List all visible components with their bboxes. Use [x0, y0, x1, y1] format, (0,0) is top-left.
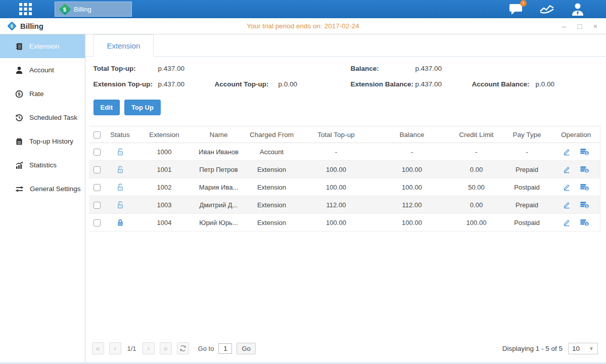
- edit-pencil-icon[interactable]: [563, 183, 571, 191]
- cell-balance: 100.00: [373, 178, 451, 196]
- extension-table-area: Status Extension Name Charged From Total…: [85, 115, 606, 339]
- table-row[interactable]: 1002 Мария Ива... Extension 100.00 100.0…: [89, 178, 600, 196]
- cell-pay-type: Prepaid: [502, 161, 552, 178]
- row-checkbox[interactable]: [94, 219, 101, 226]
- sidebar-item-general-settings[interactable]: General Settings: [0, 177, 85, 201]
- topup-history-notepad-icon: [15, 138, 23, 146]
- col-operation: Operation: [552, 126, 600, 143]
- cell-name: Иван Иванов: [194, 143, 244, 161]
- unlocked-icon[interactable]: [116, 201, 124, 209]
- page-indicator: 1/1: [127, 345, 136, 352]
- topup-button[interactable]: Top Up: [124, 100, 161, 115]
- maximize-button[interactable]: □: [576, 22, 584, 30]
- close-button[interactable]: ×: [591, 22, 599, 30]
- cell-extension: 1000: [135, 143, 194, 161]
- edit-pencil-icon[interactable]: [563, 165, 571, 173]
- apps-grid-icon[interactable]: [19, 3, 32, 15]
- minimize-button[interactable]: –: [560, 22, 568, 30]
- topup-coins-icon[interactable]: $: [580, 218, 589, 226]
- account-balance-label: Account Balance:: [472, 80, 536, 88]
- go-button[interactable]: Go: [237, 343, 255, 354]
- notification-badge: !: [520, 0, 527, 7]
- svg-text:$: $: [586, 205, 588, 209]
- messages-icon[interactable]: !: [509, 3, 523, 16]
- table-row[interactable]: 1004 Юрий Юрь... Extension 100.00 100.00…: [89, 214, 600, 232]
- page-size-select[interactable]: 10 ▼: [568, 343, 598, 354]
- sidebar-item-topup-history[interactable]: Top-up History: [0, 129, 85, 153]
- cell-pay-type: Prepaid: [502, 196, 552, 214]
- row-checkbox[interactable]: [94, 202, 101, 209]
- sidebar-item-rate[interactable]: $ Rate: [0, 82, 85, 106]
- first-page-button[interactable]: «: [92, 342, 104, 354]
- pagination-bar: « ‹ 1/1 › » Go to Go Displaying 1 - 5 of…: [85, 339, 606, 362]
- prev-page-button[interactable]: ‹: [109, 342, 121, 354]
- chevron-down-icon: ▼: [589, 346, 594, 351]
- cell-charged-from: Extension: [244, 196, 300, 214]
- sidebar-item-account[interactable]: Account: [0, 58, 85, 82]
- topup-coins-icon[interactable]: $: [580, 183, 589, 191]
- rate-dollar-icon: $: [15, 90, 23, 98]
- extension-balance-label: Extension Balance:: [351, 80, 415, 88]
- unlocked-icon[interactable]: [116, 183, 124, 192]
- edit-pencil-icon[interactable]: [563, 218, 571, 226]
- unlocked-icon[interactable]: [116, 165, 124, 174]
- sidebar-item-scheduled-task[interactable]: Scheduled Task: [0, 106, 85, 129]
- cell-balance: -: [373, 143, 451, 161]
- account-topup-label: Account Top-up:: [215, 80, 278, 88]
- edit-pencil-icon[interactable]: [563, 201, 571, 209]
- cell-pay-type: -: [502, 143, 552, 161]
- reports-chart-icon[interactable]: [539, 3, 554, 15]
- topup-coins-icon[interactable]: $: [580, 201, 589, 209]
- sidebar-item-statistics[interactable]: Statistics: [0, 153, 85, 177]
- topup-coins-icon[interactable]: $: [580, 165, 589, 173]
- toolbar: Edit Top Up: [85, 96, 606, 115]
- row-checkbox[interactable]: [94, 166, 101, 173]
- cell-balance: 100.00: [373, 214, 451, 232]
- displaying-text: Displaying 1 - 5 of 5: [502, 345, 563, 352]
- sidebar-item-label: Statistics: [29, 161, 57, 169]
- tab-extension[interactable]: Extension: [94, 34, 154, 57]
- cell-name: Юрий Юрь...: [194, 214, 244, 232]
- cell-total-topup: 100.00: [300, 178, 373, 196]
- select-all-checkbox[interactable]: [94, 131, 101, 139]
- row-checkbox[interactable]: [94, 149, 101, 156]
- table-row[interactable]: 1003 Дмитрий Д... Extension 112.00 112.0…: [89, 196, 600, 214]
- last-page-button[interactable]: »: [160, 342, 172, 354]
- cell-extension: 1004: [135, 214, 194, 232]
- user-icon[interactable]: [571, 3, 585, 16]
- table-row[interactable]: 1000 Иван Иванов Account - - - -: [89, 143, 600, 161]
- goto-page-input[interactable]: [218, 343, 232, 354]
- cell-charged-from: Extension: [244, 161, 300, 178]
- taskbar: $ Billing !: [0, 0, 606, 18]
- cell-credit-limit: 0.00: [451, 196, 502, 214]
- edit-button[interactable]: Edit: [94, 100, 120, 115]
- trial-message: Your trial period ends on: 2017-02-24: [0, 22, 606, 30]
- cell-charged-from: Account: [244, 143, 300, 161]
- col-credit-limit: Credit Limit: [451, 126, 502, 143]
- topup-coins-icon[interactable]: $: [580, 148, 589, 156]
- cell-name: Дмитрий Д...: [194, 196, 244, 214]
- refresh-button[interactable]: [177, 342, 189, 354]
- cell-total-topup: -: [300, 143, 373, 161]
- unlocked-icon[interactable]: [116, 148, 124, 156]
- next-page-button[interactable]: ›: [143, 342, 155, 354]
- edit-pencil-icon[interactable]: [563, 148, 571, 156]
- tab-strip: Extension: [85, 34, 606, 57]
- cell-pay-type: Postpaid: [502, 214, 552, 232]
- svg-text:$: $: [586, 169, 588, 173]
- locked-icon[interactable]: [116, 218, 124, 227]
- cell-pay-type: Postpaid: [502, 178, 552, 196]
- sidebar-item-extension[interactable]: Extension: [0, 34, 85, 58]
- col-total-topup: Total Top-up: [300, 126, 373, 143]
- cell-credit-limit: -: [451, 143, 502, 161]
- cell-extension: 1002: [135, 178, 194, 196]
- table-row[interactable]: 1001 Петр Петров Extension 100.00 100.00…: [89, 161, 600, 178]
- sidebar-item-label: Scheduled Task: [29, 114, 77, 121]
- extension-book-icon: [15, 42, 23, 51]
- sidebar-item-label: Account: [29, 66, 54, 74]
- cell-credit-limit: 0.00: [451, 161, 502, 178]
- row-checkbox[interactable]: [94, 184, 101, 191]
- svg-text:$: $: [586, 187, 588, 191]
- taskbar-billing-tab[interactable]: $ Billing: [55, 2, 132, 17]
- window-titlebar: Your trial period ends on: 2017-02-24 $ …: [0, 18, 606, 34]
